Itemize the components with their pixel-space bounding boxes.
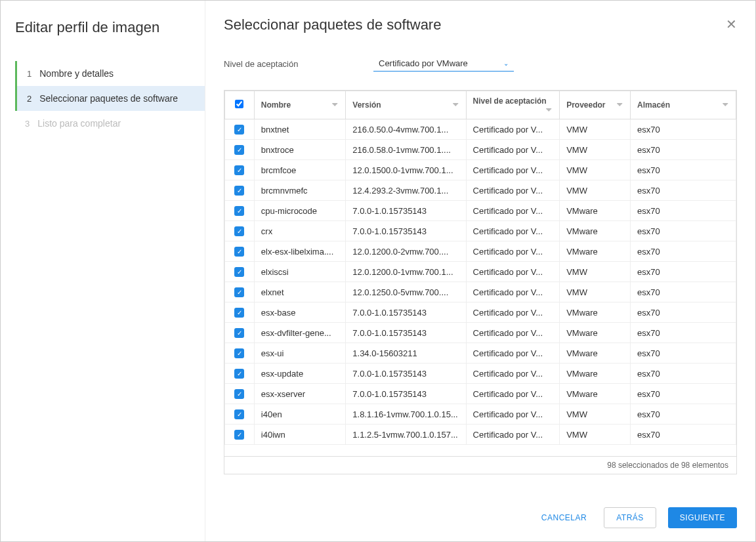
header-name[interactable]: Nombre⏷ xyxy=(254,91,346,119)
cell-acceptance: Certificado por V... xyxy=(466,201,560,221)
row-checkbox[interactable]: ✓ xyxy=(234,348,244,358)
sidebar-title: Editar perfil de imagen xyxy=(15,19,205,36)
next-button[interactable]: SIGUIENTE xyxy=(668,507,737,528)
cell-store: esx70 xyxy=(631,201,736,221)
close-icon[interactable]: ✕ xyxy=(726,16,737,32)
edit-image-profile-modal: Editar perfil de imagen 1Nombre y detall… xyxy=(0,0,756,542)
filter-icon[interactable]: ⏷ xyxy=(452,100,459,108)
cell-store: esx70 xyxy=(631,241,736,262)
row-checkbox[interactable]: ✓ xyxy=(234,409,244,419)
row-checkbox[interactable]: ✓ xyxy=(234,389,244,399)
table-row[interactable]: ✓esx-xserver7.0.0-1.0.15735143Certificad… xyxy=(225,384,736,404)
cell-store: esx70 xyxy=(631,282,736,302)
header-acceptance[interactable]: Nivel de aceptación⏷ xyxy=(466,91,560,119)
wizard-step[interactable]: 2Seleccionar paquetes de software xyxy=(15,86,205,111)
cell-name: bnxtnet xyxy=(254,119,346,140)
cell-version: 7.0.0-1.0.15735143 xyxy=(346,302,466,323)
cell-acceptance: Certificado por V... xyxy=(466,160,560,180)
wizard-step[interactable]: 1Nombre y detalles xyxy=(15,61,205,86)
table-row[interactable]: ✓brcmfcoe12.0.1500.0-1vmw.700.1...Certif… xyxy=(225,160,736,180)
table-row[interactable]: ✓esx-base7.0.0-1.0.15735143Certificado p… xyxy=(225,302,736,323)
table-row[interactable]: ✓i40iwn1.1.2.5-1vmw.700.1.0.157...Certif… xyxy=(225,425,736,445)
row-checkbox[interactable]: ✓ xyxy=(234,145,244,155)
table-row[interactable]: ✓esx-update7.0.0-1.0.15735143Certificado… xyxy=(225,364,736,384)
main-panel: Seleccionar paquetes de software ✕ Nivel… xyxy=(205,1,755,541)
cell-name: esx-update xyxy=(254,364,346,384)
cell-vendor: VMW xyxy=(560,262,631,282)
cell-vendor: VMW xyxy=(560,180,631,201)
acceptance-level-label: Nivel de aceptación xyxy=(224,59,373,69)
select-all-checkbox[interactable] xyxy=(235,100,243,108)
page-title: Seleccionar paquetes de software xyxy=(224,16,441,33)
cell-version: 216.0.50.0-4vmw.700.1... xyxy=(346,119,466,140)
table-row[interactable]: ✓brcmnvmefc12.4.293.2-3vmw.700.1...Certi… xyxy=(225,180,736,201)
cell-name: i40en xyxy=(254,404,346,425)
row-checkbox[interactable]: ✓ xyxy=(234,328,244,338)
cancel-button[interactable]: CANCELAR xyxy=(536,508,592,528)
wizard-step: 3Listo para completar xyxy=(15,111,205,136)
row-checkbox[interactable]: ✓ xyxy=(234,430,244,440)
row-checkbox[interactable]: ✓ xyxy=(234,287,244,297)
row-checkbox[interactable]: ✓ xyxy=(234,369,244,379)
cell-version: 7.0.0-1.0.15735143 xyxy=(346,201,466,221)
row-checkbox[interactable]: ✓ xyxy=(234,165,244,175)
table-row[interactable]: ✓i40en1.8.1.16-1vmw.700.1.0.15...Certifi… xyxy=(225,404,736,425)
header-vendor[interactable]: Proveedor⏷ xyxy=(560,91,631,119)
cell-name: esx-ui xyxy=(254,343,346,364)
header-store[interactable]: Almacén⏷ xyxy=(631,91,736,119)
filter-icon[interactable]: ⏷ xyxy=(722,100,729,108)
row-checkbox[interactable]: ✓ xyxy=(234,226,244,236)
filter-icon[interactable]: ⏷ xyxy=(545,106,553,114)
acceptance-level-select[interactable]: Certificado por VMware ⌄ xyxy=(373,56,514,72)
cell-name: esx-xserver xyxy=(254,384,346,404)
header-version[interactable]: Versión⏷ xyxy=(346,91,466,119)
table-row[interactable]: ✓esx-dvfilter-gene...7.0.0-1.0.15735143C… xyxy=(225,323,736,343)
row-checkbox[interactable]: ✓ xyxy=(234,267,244,277)
table-row[interactable]: ✓elxnet12.0.1250.0-5vmw.700....Certifica… xyxy=(225,282,736,302)
cell-name: brcmnvmefc xyxy=(254,180,346,201)
chevron-down-icon: ⌄ xyxy=(503,60,509,67)
cell-acceptance: Certificado por V... xyxy=(466,180,560,201)
cell-store: esx70 xyxy=(631,343,736,364)
cell-acceptance: Certificado por V... xyxy=(466,221,560,241)
table-row[interactable]: ✓crx7.0.0-1.0.15735143Certificado por V.… xyxy=(225,221,736,241)
back-button[interactable]: ATRÁS xyxy=(604,507,656,528)
cell-version: 7.0.0-1.0.15735143 xyxy=(346,323,466,343)
table-row[interactable]: ✓bnxtnet216.0.50.0-4vmw.700.1...Certific… xyxy=(225,119,736,140)
cell-name: cpu-microcode xyxy=(254,201,346,221)
step-label: Listo para completar xyxy=(37,118,121,129)
cell-version: 7.0.0-1.0.15735143 xyxy=(346,364,466,384)
cell-store: esx70 xyxy=(631,425,736,445)
modal-footer: CANCELAR ATRÁS SIGUIENTE xyxy=(224,474,737,528)
cell-version: 12.0.1250.0-5vmw.700.... xyxy=(346,282,466,302)
cell-acceptance: Certificado por V... xyxy=(466,119,560,140)
acceptance-level-value: Certificado por VMware xyxy=(379,58,468,68)
row-checkbox[interactable]: ✓ xyxy=(234,247,244,257)
table-row[interactable]: ✓elxiscsi12.0.1200.0-1vmw.700.1...Certif… xyxy=(225,262,736,282)
cell-acceptance: Certificado por V... xyxy=(466,425,560,445)
cell-acceptance: Certificado por V... xyxy=(466,302,560,323)
row-checkbox[interactable]: ✓ xyxy=(234,125,244,135)
cell-name: bnxtroce xyxy=(254,140,346,160)
cell-version: 1.1.2.5-1vmw.700.1.0.157... xyxy=(346,425,466,445)
row-checkbox[interactable]: ✓ xyxy=(234,206,244,216)
cell-acceptance: Certificado por V... xyxy=(466,140,560,160)
step-number: 1 xyxy=(27,69,32,79)
filter-icon[interactable]: ⏷ xyxy=(616,100,623,108)
filter-icon[interactable]: ⏷ xyxy=(331,100,339,108)
table-row[interactable]: ✓bnxtroce216.0.58.0-1vmw.700.1....Certif… xyxy=(225,140,736,160)
header-checkbox-cell xyxy=(225,91,255,119)
table-row[interactable]: ✓esx-ui1.34.0-15603211Certificado por V.… xyxy=(225,343,736,364)
table-row[interactable]: ✓elx-esx-libelxima....12.0.1200.0-2vmw.7… xyxy=(225,241,736,262)
table-row[interactable]: ✓cpu-microcode7.0.0-1.0.15735143Certific… xyxy=(225,201,736,221)
table-footer-count: 98 seleccionados de 98 elementos xyxy=(224,456,736,474)
cell-store: esx70 xyxy=(631,323,736,343)
cell-vendor: VMW xyxy=(560,140,631,160)
cell-vendor: VMW xyxy=(560,425,631,445)
row-checkbox[interactable]: ✓ xyxy=(234,186,244,196)
packages-table: Nombre⏷ Versión⏷ Nivel de aceptación⏷ Pr… xyxy=(224,90,737,474)
cell-acceptance: Certificado por V... xyxy=(466,262,560,282)
cell-acceptance: Certificado por V... xyxy=(466,282,560,302)
cell-acceptance: Certificado por V... xyxy=(466,241,560,262)
row-checkbox[interactable]: ✓ xyxy=(234,308,244,318)
